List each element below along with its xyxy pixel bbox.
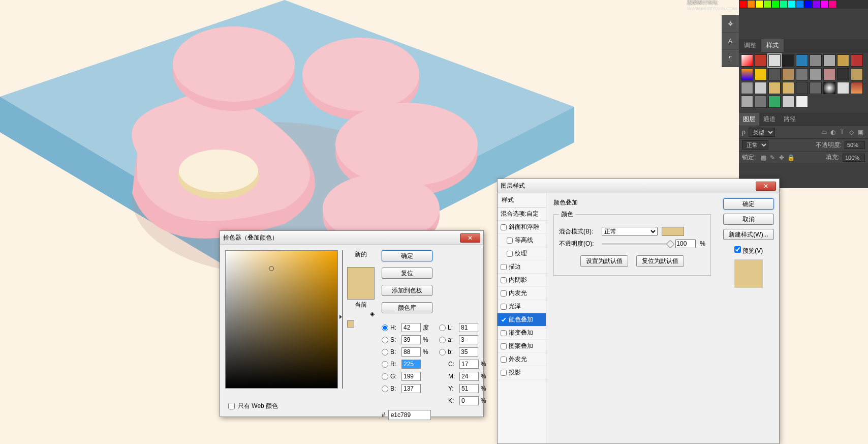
a-input[interactable]: [459, 335, 478, 344]
blending-options-row: 混合选项:自定: [498, 208, 546, 221]
drop-shadow-row: 投影: [498, 366, 546, 379]
mini-color-row: [739, 0, 868, 9]
layer-style-title: 图层样式: [501, 182, 756, 190]
fill-input[interactable]: [843, 154, 865, 162]
overlay-blend-select[interactable]: 正常: [602, 227, 658, 236]
layer-kind-select[interactable]: 类型: [749, 128, 775, 137]
preview-swatch: [734, 259, 763, 288]
hue-slider[interactable]: [342, 250, 343, 389]
lock-move-icon[interactable]: ✥: [778, 154, 786, 162]
y-input[interactable]: [459, 384, 479, 393]
ls-cancel-button[interactable]: 取消: [723, 214, 774, 225]
watermark-logo: 思缘设计论坛 WWW.MISSYUAN.COM: [687, 0, 737, 11]
svg-point-11: [335, 103, 478, 186]
filter-adjust-icon[interactable]: ◐: [829, 128, 837, 136]
lock-position-icon[interactable]: ✎: [768, 154, 777, 162]
ls-ok-button[interactable]: 确定: [723, 198, 774, 210]
bh-input[interactable]: [401, 347, 421, 357]
svg-point-9: [302, 38, 419, 111]
outer-glow-row: 外发光: [498, 353, 546, 366]
s-input[interactable]: [401, 335, 421, 344]
opacity-input[interactable]: [845, 141, 865, 149]
ls-new-style-button[interactable]: 新建样式(W)...: [723, 229, 774, 240]
layer-style-dialog: 图层样式 ✕ 样式 混合选项:自定 斜面和浮雕 等高线 纹理 描边 内阴影 内发…: [497, 179, 780, 444]
filter-shape-icon[interactable]: ◇: [847, 128, 855, 136]
pattern-overlay-row: 图案叠加: [498, 340, 546, 353]
style-swatch-grid[interactable]: [739, 52, 868, 110]
svg-point-5: [179, 150, 258, 192]
texture-row: 纹理: [498, 247, 546, 260]
preview-new-current: [347, 267, 375, 300]
picker-library-button[interactable]: 颜色库: [382, 302, 432, 313]
svg-point-7: [173, 26, 295, 102]
stroke-row: 描边: [498, 260, 546, 274]
overlay-opacity-input[interactable]: [675, 239, 696, 248]
g-radio[interactable]: [382, 373, 388, 380]
paths-tab[interactable]: 路径: [780, 113, 800, 126]
style-effect-list[interactable]: 样式 混合选项:自定 斜面和浮雕 等高线 纹理 描边 内阴影 内发光 光泽 颜色…: [498, 193, 546, 443]
a-radio[interactable]: [439, 337, 446, 343]
r-input[interactable]: [401, 360, 421, 369]
g-input[interactable]: [401, 372, 421, 381]
satin-row: 光泽: [498, 300, 546, 313]
k-input[interactable]: [459, 396, 479, 405]
close-button[interactable]: ✕: [756, 182, 776, 191]
tool-icon-1: ❖: [722, 15, 739, 33]
nearest-web-swatch: [347, 320, 354, 328]
picker-reset-button[interactable]: 复位: [382, 268, 432, 279]
c-input[interactable]: [459, 360, 479, 369]
overlay-color-chip[interactable]: [662, 227, 684, 236]
preview-checkbox[interactable]: [734, 246, 741, 253]
channels-tab[interactable]: 通道: [759, 113, 780, 126]
l-input[interactable]: [459, 323, 478, 332]
collapsed-tool-column[interactable]: ❖ A ¶: [722, 15, 739, 67]
b-radio[interactable]: [382, 349, 388, 356]
hex-input[interactable]: [388, 410, 431, 420]
layers-tab[interactable]: 图层: [739, 113, 759, 126]
picker-close-button[interactable]: ✕: [460, 233, 480, 243]
type-tool-icon: A: [722, 33, 739, 50]
blend-mode-select[interactable]: 正常: [742, 140, 768, 150]
color-field[interactable]: [225, 250, 338, 389]
color-picker-dialog: 拾色器（叠加颜色） ✕ 新的 当前 ◈ 确定 复位 添加到色板 颜色库: [220, 230, 484, 417]
h-radio[interactable]: [382, 324, 388, 331]
right-panels: 思缘设计论坛 WWW.MISSYUAN.COM ❖ A ¶ 调整 样式 图层 通…: [739, 0, 868, 188]
filter-image-icon[interactable]: ▭: [820, 128, 828, 136]
bevel-row: 斜面和浮雕: [498, 221, 546, 234]
adjust-tab[interactable]: 调整: [739, 39, 761, 52]
web-only-checkbox[interactable]: [228, 403, 235, 409]
filter-type-icon[interactable]: T: [838, 128, 846, 136]
color-ring-icon: [269, 266, 274, 271]
m-input[interactable]: [459, 372, 479, 381]
inner-glow-row: 内发光: [498, 287, 546, 300]
gradient-overlay-row: 渐变叠加: [498, 327, 546, 340]
inner-shadow-row: 内阴影: [498, 274, 546, 287]
rb-radio[interactable]: [382, 386, 388, 392]
picker-title: 拾色器（叠加颜色）: [223, 233, 460, 242]
styles-tab[interactable]: 样式: [761, 39, 784, 52]
overlay-opacity-slider[interactable]: [602, 243, 671, 245]
lock-pixels-icon[interactable]: ▩: [759, 154, 767, 162]
lock-all-icon[interactable]: 🔒: [787, 154, 795, 162]
filter-smart-icon[interactable]: ▣: [856, 128, 864, 136]
lb-input[interactable]: [459, 347, 478, 357]
color-overlay-row: 颜色叠加: [498, 313, 546, 327]
r-radio[interactable]: [382, 361, 388, 368]
paragraph-icon: ¶: [722, 50, 739, 67]
h-input[interactable]: [401, 323, 421, 332]
rb-input[interactable]: [401, 384, 421, 393]
l-radio[interactable]: [439, 324, 446, 331]
set-default-button[interactable]: 设置为默认值: [580, 255, 628, 267]
lb-radio[interactable]: [439, 349, 446, 356]
s-radio[interactable]: [382, 337, 388, 343]
section-heading: 颜色叠加: [553, 198, 711, 207]
reset-default-button[interactable]: 复位为默认值: [636, 255, 684, 267]
picker-add-swatch-button[interactable]: 添加到色板: [382, 285, 432, 296]
contour-row: 等高线: [498, 234, 546, 247]
picker-ok-button[interactable]: 确定: [382, 250, 432, 261]
